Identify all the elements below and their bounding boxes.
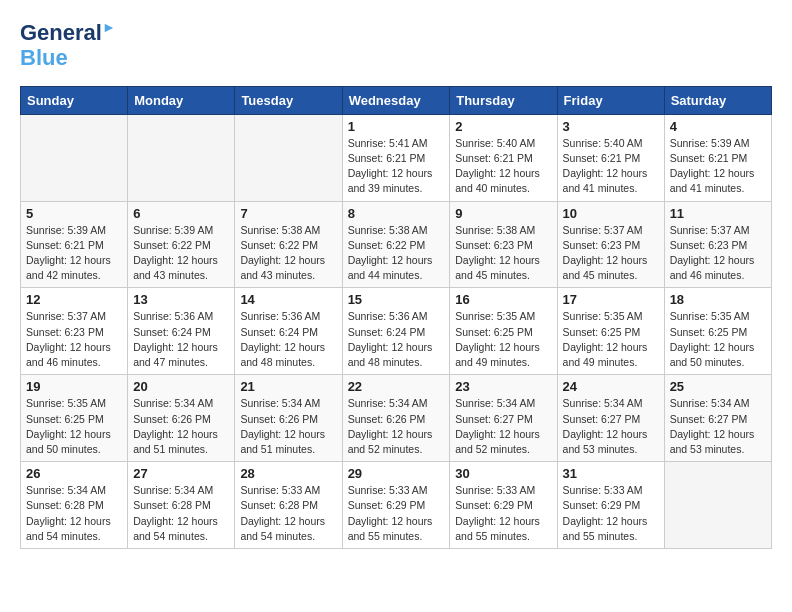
day-number: 25	[670, 379, 766, 394]
day-number: 23	[455, 379, 551, 394]
week-row-3: 19Sunrise: 5:35 AM Sunset: 6:25 PM Dayli…	[21, 375, 772, 462]
calendar-cell: 3Sunrise: 5:40 AM Sunset: 6:21 PM Daylig…	[557, 114, 664, 201]
day-number: 6	[133, 206, 229, 221]
day-number: 16	[455, 292, 551, 307]
calendar-cell: 18Sunrise: 5:35 AM Sunset: 6:25 PM Dayli…	[664, 288, 771, 375]
logo: General► Blue	[20, 20, 116, 70]
day-info: Sunrise: 5:34 AM Sunset: 6:27 PM Dayligh…	[455, 396, 551, 457]
header-saturday: Saturday	[664, 86, 771, 114]
calendar-cell: 31Sunrise: 5:33 AM Sunset: 6:29 PM Dayli…	[557, 462, 664, 549]
day-number: 11	[670, 206, 766, 221]
calendar-cell: 14Sunrise: 5:36 AM Sunset: 6:24 PM Dayli…	[235, 288, 342, 375]
calendar-cell: 19Sunrise: 5:35 AM Sunset: 6:25 PM Dayli…	[21, 375, 128, 462]
calendar-cell: 27Sunrise: 5:34 AM Sunset: 6:28 PM Dayli…	[128, 462, 235, 549]
calendar-table: SundayMondayTuesdayWednesdayThursdayFrid…	[20, 86, 772, 549]
day-number: 5	[26, 206, 122, 221]
week-row-0: 1Sunrise: 5:41 AM Sunset: 6:21 PM Daylig…	[21, 114, 772, 201]
day-info: Sunrise: 5:34 AM Sunset: 6:26 PM Dayligh…	[240, 396, 336, 457]
calendar-cell: 22Sunrise: 5:34 AM Sunset: 6:26 PM Dayli…	[342, 375, 450, 462]
calendar-cell: 25Sunrise: 5:34 AM Sunset: 6:27 PM Dayli…	[664, 375, 771, 462]
day-info: Sunrise: 5:35 AM Sunset: 6:25 PM Dayligh…	[670, 309, 766, 370]
day-info: Sunrise: 5:39 AM Sunset: 6:22 PM Dayligh…	[133, 223, 229, 284]
calendar-cell: 21Sunrise: 5:34 AM Sunset: 6:26 PM Dayli…	[235, 375, 342, 462]
day-info: Sunrise: 5:38 AM Sunset: 6:22 PM Dayligh…	[348, 223, 445, 284]
logo-blue: Blue	[20, 46, 116, 70]
day-number: 2	[455, 119, 551, 134]
day-number: 13	[133, 292, 229, 307]
calendar-cell	[128, 114, 235, 201]
header-monday: Monday	[128, 86, 235, 114]
week-row-1: 5Sunrise: 5:39 AM Sunset: 6:21 PM Daylig…	[21, 201, 772, 288]
day-info: Sunrise: 5:35 AM Sunset: 6:25 PM Dayligh…	[563, 309, 659, 370]
day-number: 27	[133, 466, 229, 481]
calendar-cell: 7Sunrise: 5:38 AM Sunset: 6:22 PM Daylig…	[235, 201, 342, 288]
calendar-cell: 13Sunrise: 5:36 AM Sunset: 6:24 PM Dayli…	[128, 288, 235, 375]
day-info: Sunrise: 5:40 AM Sunset: 6:21 PM Dayligh…	[455, 136, 551, 197]
calendar-cell: 11Sunrise: 5:37 AM Sunset: 6:23 PM Dayli…	[664, 201, 771, 288]
day-info: Sunrise: 5:40 AM Sunset: 6:21 PM Dayligh…	[563, 136, 659, 197]
calendar-cell	[21, 114, 128, 201]
day-info: Sunrise: 5:35 AM Sunset: 6:25 PM Dayligh…	[26, 396, 122, 457]
week-row-4: 26Sunrise: 5:34 AM Sunset: 6:28 PM Dayli…	[21, 462, 772, 549]
day-info: Sunrise: 5:38 AM Sunset: 6:23 PM Dayligh…	[455, 223, 551, 284]
logo-general: General	[20, 20, 102, 45]
day-info: Sunrise: 5:36 AM Sunset: 6:24 PM Dayligh…	[133, 309, 229, 370]
calendar-cell: 26Sunrise: 5:34 AM Sunset: 6:28 PM Dayli…	[21, 462, 128, 549]
calendar-cell	[664, 462, 771, 549]
day-number: 22	[348, 379, 445, 394]
calendar-cell: 24Sunrise: 5:34 AM Sunset: 6:27 PM Dayli…	[557, 375, 664, 462]
day-number: 14	[240, 292, 336, 307]
calendar-cell: 20Sunrise: 5:34 AM Sunset: 6:26 PM Dayli…	[128, 375, 235, 462]
calendar-cell: 17Sunrise: 5:35 AM Sunset: 6:25 PM Dayli…	[557, 288, 664, 375]
header-sunday: Sunday	[21, 86, 128, 114]
calendar-cell	[235, 114, 342, 201]
calendar-cell: 29Sunrise: 5:33 AM Sunset: 6:29 PM Dayli…	[342, 462, 450, 549]
day-info: Sunrise: 5:33 AM Sunset: 6:29 PM Dayligh…	[455, 483, 551, 544]
week-row-2: 12Sunrise: 5:37 AM Sunset: 6:23 PM Dayli…	[21, 288, 772, 375]
day-info: Sunrise: 5:39 AM Sunset: 6:21 PM Dayligh…	[26, 223, 122, 284]
calendar-cell: 8Sunrise: 5:38 AM Sunset: 6:22 PM Daylig…	[342, 201, 450, 288]
calendar-cell: 4Sunrise: 5:39 AM Sunset: 6:21 PM Daylig…	[664, 114, 771, 201]
day-info: Sunrise: 5:37 AM Sunset: 6:23 PM Dayligh…	[563, 223, 659, 284]
day-info: Sunrise: 5:35 AM Sunset: 6:25 PM Dayligh…	[455, 309, 551, 370]
calendar-cell: 5Sunrise: 5:39 AM Sunset: 6:21 PM Daylig…	[21, 201, 128, 288]
day-info: Sunrise: 5:37 AM Sunset: 6:23 PM Dayligh…	[670, 223, 766, 284]
day-info: Sunrise: 5:37 AM Sunset: 6:23 PM Dayligh…	[26, 309, 122, 370]
day-number: 26	[26, 466, 122, 481]
days-header-row: SundayMondayTuesdayWednesdayThursdayFrid…	[21, 86, 772, 114]
day-info: Sunrise: 5:34 AM Sunset: 6:28 PM Dayligh…	[26, 483, 122, 544]
day-info: Sunrise: 5:34 AM Sunset: 6:27 PM Dayligh…	[670, 396, 766, 457]
page-header: General► Blue	[20, 20, 772, 70]
calendar-cell: 16Sunrise: 5:35 AM Sunset: 6:25 PM Dayli…	[450, 288, 557, 375]
day-number: 31	[563, 466, 659, 481]
calendar-cell: 23Sunrise: 5:34 AM Sunset: 6:27 PM Dayli…	[450, 375, 557, 462]
day-info: Sunrise: 5:41 AM Sunset: 6:21 PM Dayligh…	[348, 136, 445, 197]
day-info: Sunrise: 5:34 AM Sunset: 6:28 PM Dayligh…	[133, 483, 229, 544]
day-number: 15	[348, 292, 445, 307]
day-number: 8	[348, 206, 445, 221]
header-tuesday: Tuesday	[235, 86, 342, 114]
calendar-cell: 28Sunrise: 5:33 AM Sunset: 6:28 PM Dayli…	[235, 462, 342, 549]
day-info: Sunrise: 5:34 AM Sunset: 6:26 PM Dayligh…	[348, 396, 445, 457]
day-number: 7	[240, 206, 336, 221]
day-info: Sunrise: 5:33 AM Sunset: 6:29 PM Dayligh…	[348, 483, 445, 544]
day-number: 17	[563, 292, 659, 307]
calendar-cell: 12Sunrise: 5:37 AM Sunset: 6:23 PM Dayli…	[21, 288, 128, 375]
day-info: Sunrise: 5:34 AM Sunset: 6:26 PM Dayligh…	[133, 396, 229, 457]
day-number: 4	[670, 119, 766, 134]
day-number: 20	[133, 379, 229, 394]
day-number: 3	[563, 119, 659, 134]
day-info: Sunrise: 5:36 AM Sunset: 6:24 PM Dayligh…	[240, 309, 336, 370]
day-number: 1	[348, 119, 445, 134]
calendar-cell: 6Sunrise: 5:39 AM Sunset: 6:22 PM Daylig…	[128, 201, 235, 288]
day-number: 30	[455, 466, 551, 481]
day-number: 9	[455, 206, 551, 221]
header-wednesday: Wednesday	[342, 86, 450, 114]
header-thursday: Thursday	[450, 86, 557, 114]
day-number: 21	[240, 379, 336, 394]
calendar-cell: 15Sunrise: 5:36 AM Sunset: 6:24 PM Dayli…	[342, 288, 450, 375]
day-number: 29	[348, 466, 445, 481]
calendar-cell: 1Sunrise: 5:41 AM Sunset: 6:21 PM Daylig…	[342, 114, 450, 201]
day-number: 19	[26, 379, 122, 394]
calendar-cell: 9Sunrise: 5:38 AM Sunset: 6:23 PM Daylig…	[450, 201, 557, 288]
